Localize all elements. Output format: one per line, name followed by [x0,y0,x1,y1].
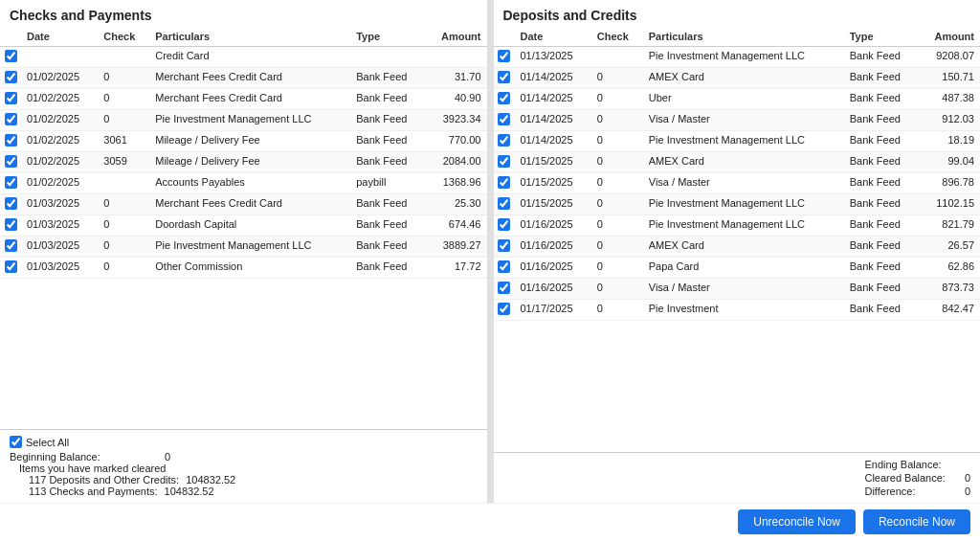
table-cell: Accounts Payables [149,173,350,194]
table-cell [21,47,98,68]
row-checkbox[interactable] [498,155,510,168]
row-checkbox[interactable] [5,155,17,168]
table-cell: 0 [591,237,643,258]
checks-payments-table-wrapper[interactable]: Date Check Particulars Type Amount Credi… [0,27,487,429]
select-all-row: Select All [10,436,235,448]
row-checkbox[interactable] [5,176,17,189]
checks-payments-panel: Checks and Payments Date Check Particula… [0,0,488,503]
col-amount-right: Amount [919,27,980,47]
col-amount-left: Amount [425,27,486,47]
row-checkbox[interactable] [5,50,17,62]
table-row: 01/03/20250Merchant Fees Credit CardBank… [0,194,487,215]
table-cell: 0 [591,131,643,152]
row-checkbox[interactable] [498,92,510,104]
col-particulars-left: Particulars [149,27,350,47]
table-row: 01/14/20250UberBank Feed487.38 [494,89,981,110]
table-cell: 99.04 [919,152,980,173]
col-type-left: Type [350,27,425,47]
table-cell: 25.30 [425,194,486,215]
row-checkbox[interactable] [498,303,510,315]
select-all-checkbox[interactable] [10,436,22,448]
table-cell: 0 [591,110,643,131]
row-checkbox[interactable] [498,71,510,83]
col-check-right: Check [591,27,643,47]
table-cell: 0 [591,258,643,279]
table-cell: Visa / Master [643,279,844,300]
table-cell: Bank Feed [844,47,919,68]
table-cell: 01/15/2025 [515,173,591,194]
table-row: 01/03/20250Doordash CapitalBank Feed674.… [0,215,487,237]
table-cell: 01/03/2025 [21,237,98,258]
checkbox-cell [0,131,21,152]
row-checkbox[interactable] [5,92,17,104]
table-cell: Bank Feed [844,173,919,194]
checkbox-cell [0,110,21,131]
table-cell: Visa / Master [643,173,844,194]
checkbox-cell [0,89,21,110]
table-row: 01/15/20250AMEX CardBank Feed99.04 [494,152,981,173]
table-cell: Bank Feed [844,237,919,258]
row-checkbox[interactable] [498,218,510,231]
table-cell: Pie Investment Management LLC [643,131,844,152]
row-checkbox[interactable] [5,218,17,231]
table-cell: AMEX Card [643,237,844,258]
row-checkbox[interactable] [498,176,510,189]
row-checkbox[interactable] [5,134,17,147]
table-cell: 0 [591,173,643,194]
row-checkbox[interactable] [5,71,17,83]
table-cell [425,47,486,68]
row-checkbox[interactable] [498,239,510,252]
table-cell: 01/16/2025 [515,237,591,258]
table-cell: 0 [98,258,149,279]
col-date-right: Date [515,27,591,47]
checks-row: 113 Checks and Payments: 104832.52 [29,486,235,497]
deposits-credits-table-wrapper[interactable]: Date Check Particulars Type Amount 01/13… [494,27,981,452]
table-cell: 01/17/2025 [515,300,591,321]
row-checkbox[interactable] [498,113,510,125]
table-cell: 842.47 [919,300,980,321]
select-all-label: Select All [26,437,69,448]
row-checkbox[interactable] [5,113,17,125]
row-checkbox[interactable] [498,282,510,294]
table-cell: 01/02/2025 [21,110,98,131]
table-cell: Bank Feed [844,300,919,321]
table-cell: Visa / Master [643,110,844,131]
cleared-balance-label: Cleared Balance: [864,472,945,484]
row-checkbox[interactable] [498,260,510,273]
checks-value: 104832.52 [165,486,214,497]
reconcile-button[interactable]: Reconcile Now [863,509,970,534]
checkbox-cell [494,237,515,258]
row-checkbox[interactable] [498,197,510,210]
table-cell: 0 [98,194,149,215]
table-cell: 0 [98,237,149,258]
table-cell: Bank Feed [350,131,425,152]
checkbox-cell [494,68,515,89]
beginning-balance-label: Beginning Balance: [10,451,100,463]
table-cell: 01/03/2025 [21,194,98,215]
table-cell: 3923.34 [425,110,486,131]
table-cell: 0 [591,89,643,110]
table-cell: Bank Feed [844,152,919,173]
table-cell: 01/16/2025 [515,215,591,237]
checkbox-cell [494,300,515,321]
table-cell: 01/02/2025 [21,68,98,89]
row-checkbox[interactable] [498,50,510,62]
table-cell: Bank Feed [350,89,425,110]
table-cell: 1368.96 [425,173,486,194]
col-type-right: Type [844,27,919,47]
row-checkbox[interactable] [498,134,510,147]
table-cell: 01/15/2025 [515,194,591,215]
col-check-left: Check [98,27,149,47]
table-cell: paybill [350,173,425,194]
table-cell: Papa Card [643,258,844,279]
table-cell: 896.78 [919,173,980,194]
table-row: 01/02/2025Accounts Payablespaybill1368.9… [0,173,487,194]
difference-row: Difference: 0 [864,486,970,497]
row-checkbox[interactable] [5,197,17,210]
row-checkbox[interactable] [5,260,17,273]
row-checkbox[interactable] [5,239,17,252]
table-cell: Bank Feed [350,110,425,131]
table-cell: 01/13/2025 [515,47,591,68]
unreconcile-button[interactable]: Unreconcile Now [738,509,856,534]
deposits-value: 104832.52 [186,474,235,486]
